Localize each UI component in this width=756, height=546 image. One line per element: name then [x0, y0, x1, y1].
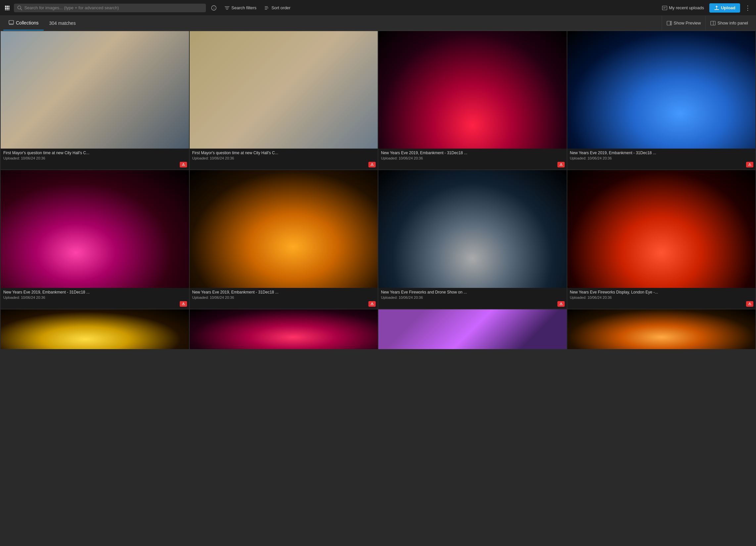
filter-icon	[224, 5, 230, 11]
image-thumbnail	[378, 309, 567, 349]
warning-badge: ⚠	[746, 162, 753, 167]
item-title: New Years Eve 2019, Embankment - 31Dec18…	[381, 151, 564, 155]
item-title: New Years Eve 2019, Embankment - 31Dec18…	[192, 290, 375, 295]
grid-menu-button[interactable]	[3, 4, 11, 12]
thumb-inner	[1, 31, 189, 149]
thumb-inner	[378, 309, 567, 349]
item-info: New Years Eve Fireworks and Drone Show o…	[378, 288, 567, 309]
grid-item[interactable]	[1, 309, 189, 349]
item-date: Uploaded: 10/06/24 20:36	[3, 296, 186, 299]
image-grid: First Mayor's question time at new City …	[0, 30, 756, 350]
grid-item[interactable]	[190, 309, 378, 349]
collections-tab[interactable]: Collections	[3, 16, 44, 30]
grid-item[interactable]: New Years Eve Fireworks and Drone Show o…	[378, 170, 567, 308]
search-filters-button[interactable]: Search filters	[222, 4, 259, 12]
item-date: Uploaded: 10/06/24 20:36	[381, 156, 564, 160]
matches-tab[interactable]: 304 matches	[44, 16, 81, 30]
svg-rect-1	[7, 6, 9, 7]
item-info: First Mayor's question time at new City …	[1, 149, 189, 169]
preview-icon	[667, 21, 672, 26]
search-input[interactable]	[24, 5, 203, 10]
warning-badge: ⚠	[368, 162, 376, 167]
matches-label: 304 matches	[49, 21, 75, 26]
grid-item[interactable]: New Years Eve 2019, Embankment - 31Dec18…	[190, 170, 378, 308]
grid-item[interactable]: New Years Eve 2019, Embankment - 31Dec18…	[567, 31, 756, 169]
item-date: Uploaded: 10/06/24 20:36	[381, 296, 564, 299]
show-preview-label: Show Preview	[674, 21, 701, 25]
info-icon: i	[211, 5, 216, 11]
warning-badge: ⚠	[557, 162, 565, 167]
svg-rect-27	[711, 21, 715, 25]
upload-icon	[714, 5, 719, 11]
svg-rect-19	[662, 6, 667, 10]
image-thumbnail	[190, 31, 378, 149]
item-title: New Years Eve 2019, Embankment - 31Dec18…	[3, 290, 186, 295]
info-button[interactable]: i	[209, 4, 219, 12]
item-title: New Years Eve Fireworks and Drone Show o…	[381, 290, 564, 295]
show-info-panel-button[interactable]: Show info panel	[705, 16, 753, 30]
collections-icon	[9, 20, 14, 25]
image-thumbnail	[190, 309, 378, 349]
grid-item[interactable]: New Years Eve 2019, Embankment - 31Dec18…	[1, 170, 189, 308]
grid-item[interactable]	[378, 309, 567, 349]
more-options-button[interactable]: ⋮	[743, 3, 753, 13]
upload-button[interactable]: Upload	[709, 3, 740, 13]
search-filters-label: Search filters	[231, 5, 257, 10]
recent-uploads-icon	[662, 5, 667, 11]
more-icon: ⋮	[745, 5, 751, 11]
item-date: Uploaded: 10/06/24 20:36	[192, 296, 375, 299]
item-date: Uploaded: 10/06/24 20:36	[570, 156, 753, 160]
item-title: First Mayor's question time at new City …	[3, 151, 186, 155]
svg-rect-3	[5, 8, 7, 9]
item-title: New Years Eve Fireworks Display, London …	[570, 290, 753, 295]
svg-point-9	[18, 6, 21, 9]
svg-rect-0	[5, 6, 7, 7]
grid-item[interactable]: First Mayor's question time at new City …	[190, 31, 378, 169]
grid-item[interactable]	[567, 309, 756, 349]
image-thumbnail	[378, 31, 567, 149]
image-thumbnail	[567, 31, 756, 149]
svg-rect-7	[7, 10, 9, 10]
recent-uploads-label: My recent uploads	[669, 5, 704, 10]
image-thumbnail	[567, 170, 756, 288]
image-thumbnail	[567, 309, 756, 349]
warning-badge: ⚠	[368, 301, 376, 307]
image-thumbnail	[1, 31, 189, 149]
svg-rect-6	[5, 10, 7, 10]
thumb-inner	[190, 31, 378, 149]
item-info: New Years Eve 2019, Embankment - 31Dec18…	[567, 149, 756, 169]
thumb-inner	[378, 170, 567, 288]
collections-label: Collections	[16, 20, 38, 25]
grid-item[interactable]: New Years Eve Fireworks Display, London …	[567, 170, 756, 308]
grid-icon	[5, 5, 10, 11]
item-date: Uploaded: 10/06/24 20:36	[570, 296, 753, 299]
item-info: New Years Eve 2019, Embankment - 31Dec18…	[190, 288, 378, 309]
thumb-inner	[378, 31, 567, 149]
thumb-inner	[190, 309, 378, 349]
image-thumbnail	[378, 170, 567, 288]
thumb-inner	[1, 309, 189, 349]
show-preview-button[interactable]: Show Preview	[662, 16, 705, 30]
thumb-inner	[567, 170, 756, 288]
sub-nav: Collections 304 matches Show Preview Sho…	[0, 16, 756, 30]
thumb-inner	[567, 309, 756, 349]
svg-rect-22	[714, 9, 719, 10]
top-nav: i Search filters Sort order My recent up…	[0, 0, 756, 16]
warning-badge: ⚠	[557, 301, 565, 307]
thumb-inner	[567, 31, 756, 149]
item-title: First Mayor's question time at new City …	[192, 151, 375, 155]
thumb-inner	[190, 170, 378, 288]
svg-rect-4	[7, 8, 9, 9]
sort-order-label: Sort order	[271, 5, 291, 10]
svg-rect-25	[667, 21, 670, 25]
grid-item[interactable]: New Years Eve 2019, Embankment - 31Dec18…	[378, 31, 567, 169]
grid-item[interactable]: First Mayor's question time at new City …	[1, 31, 189, 169]
sort-order-button[interactable]: Sort order	[262, 4, 293, 12]
recent-uploads-button[interactable]: My recent uploads	[659, 4, 707, 12]
item-date: Uploaded: 10/06/24 20:36	[3, 156, 186, 160]
item-info: New Years Eve 2019, Embankment - 31Dec18…	[1, 288, 189, 309]
show-info-label: Show info panel	[717, 21, 748, 25]
sub-nav-left: Collections 304 matches	[3, 16, 81, 30]
sort-icon	[264, 5, 270, 11]
upload-label: Upload	[721, 5, 735, 10]
